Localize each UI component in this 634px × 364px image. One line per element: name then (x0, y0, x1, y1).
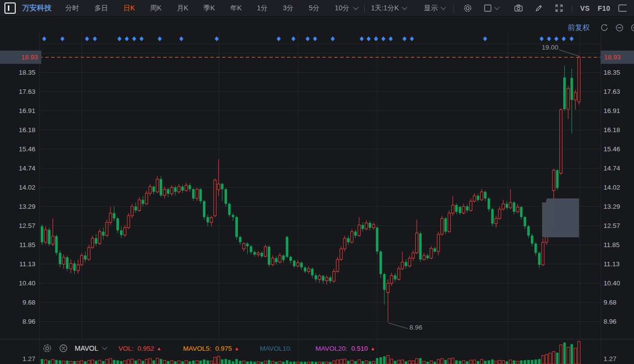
event-marker-diamond[interactable] (60, 36, 64, 41)
candle-body[interactable] (52, 236, 54, 244)
candle-body[interactable] (138, 200, 141, 211)
candle-body[interactable] (304, 267, 306, 271)
candle-body[interactable] (286, 237, 288, 256)
candle-body[interactable] (282, 255, 285, 260)
candle-body[interactable] (390, 276, 393, 283)
event-marker-diamond[interactable] (117, 36, 121, 41)
candle-body[interactable] (466, 206, 468, 210)
candle-body[interactable] (44, 230, 47, 242)
candle-body[interactable] (246, 244, 249, 246)
candle-body[interactable] (322, 276, 324, 281)
candle-body[interactable] (336, 259, 339, 271)
event-marker-diamond[interactable] (158, 36, 162, 41)
candle-body[interactable] (408, 258, 411, 266)
candle-body[interactable] (257, 253, 259, 255)
candle-body[interactable] (275, 258, 277, 262)
candle-body[interactable] (189, 185, 191, 189)
candle-body[interactable] (426, 255, 429, 258)
candle-body[interactable] (98, 232, 101, 244)
event-marker-diamond[interactable] (215, 36, 219, 41)
candle-body[interactable] (300, 263, 303, 268)
event-marker-diamond[interactable] (360, 36, 364, 41)
candle-body[interactable] (379, 252, 382, 274)
candle-body[interactable] (271, 258, 274, 265)
candle-body[interactable] (452, 205, 454, 213)
candle-body[interactable] (217, 184, 220, 190)
candle-body[interactable] (66, 257, 68, 269)
candle-body[interactable] (398, 269, 400, 280)
candle-body[interactable] (448, 213, 450, 232)
candle-body[interactable] (174, 187, 176, 192)
event-marker-diamond[interactable] (483, 36, 487, 41)
candle-body[interactable] (358, 225, 360, 236)
candle-body[interactable] (329, 278, 331, 281)
event-marker-diamond[interactable] (403, 36, 406, 41)
candle-body[interactable] (542, 242, 544, 265)
candle-body[interactable] (268, 247, 270, 265)
candle-body[interactable] (81, 255, 83, 265)
candle-body[interactable] (361, 225, 364, 229)
event-marker-diamond[interactable] (540, 36, 544, 41)
candle-body[interactable] (77, 265, 79, 271)
candle-body[interactable] (513, 202, 515, 212)
candle-body[interactable] (228, 204, 231, 215)
candle-body[interactable] (102, 232, 105, 236)
candle-body[interactable] (120, 230, 122, 235)
candle-body[interactable] (560, 110, 562, 173)
candle-body[interactable] (260, 253, 263, 256)
candle-body[interactable] (423, 255, 425, 259)
candle-body[interactable] (221, 184, 224, 189)
event-marker-diamond[interactable] (562, 36, 566, 41)
candle-body[interactable] (48, 230, 51, 244)
candle-body[interactable] (116, 219, 119, 230)
candle-body[interactable] (196, 189, 198, 198)
event-marker-diamond[interactable] (554, 36, 558, 41)
candle-body[interactable] (231, 215, 234, 217)
candle-body[interactable] (556, 170, 558, 188)
event-marker-diamond[interactable] (410, 36, 414, 41)
candle-body[interactable] (70, 263, 72, 269)
candle-body[interactable] (206, 217, 209, 223)
candle-body[interactable] (55, 236, 58, 253)
chevron-down-icon[interactable] (102, 344, 107, 350)
candle-body[interactable] (394, 276, 396, 280)
candle-body[interactable] (480, 192, 483, 200)
candle-body[interactable] (192, 189, 195, 198)
candle-body[interactable] (498, 209, 501, 219)
candle-body[interactable] (214, 180, 216, 216)
candle-body[interactable] (344, 238, 346, 249)
candle-body[interactable] (333, 271, 335, 281)
event-marker-diamond[interactable] (291, 36, 295, 41)
candle-body[interactable] (430, 249, 432, 258)
candle-body[interactable] (520, 207, 522, 217)
candle-body[interactable] (106, 223, 108, 236)
candle-body[interactable] (495, 219, 497, 224)
candle-body[interactable] (527, 226, 530, 236)
candle-body[interactable] (491, 209, 493, 224)
candle-body[interactable] (502, 204, 504, 209)
candle-body[interactable] (517, 207, 519, 212)
candle-body[interactable] (534, 244, 537, 253)
candle-body[interactable] (73, 263, 76, 271)
event-marker-diamond[interactable] (85, 36, 89, 41)
candle-body[interactable] (347, 238, 349, 242)
candle-body[interactable] (538, 253, 541, 265)
candle-body[interactable] (145, 193, 148, 204)
candle-body[interactable] (571, 78, 573, 100)
candle-body[interactable] (264, 247, 266, 256)
candle-body[interactable] (552, 170, 555, 191)
candle-body[interactable] (142, 200, 144, 204)
candle-body[interactable] (369, 223, 371, 228)
candle-body[interactable] (181, 187, 184, 191)
candle-body[interactable] (135, 206, 137, 210)
candle-body[interactable] (152, 187, 155, 192)
candle-body[interactable] (488, 198, 490, 209)
candle-body[interactable] (62, 257, 65, 264)
event-marker-diamond[interactable] (547, 36, 551, 41)
candle-body[interactable] (567, 88, 569, 109)
event-marker-diamond[interactable] (389, 36, 393, 41)
candle-body[interactable] (200, 189, 202, 201)
selection-box[interactable] (542, 198, 579, 237)
candle-body[interactable] (131, 206, 133, 216)
candle-body[interactable] (444, 219, 447, 232)
